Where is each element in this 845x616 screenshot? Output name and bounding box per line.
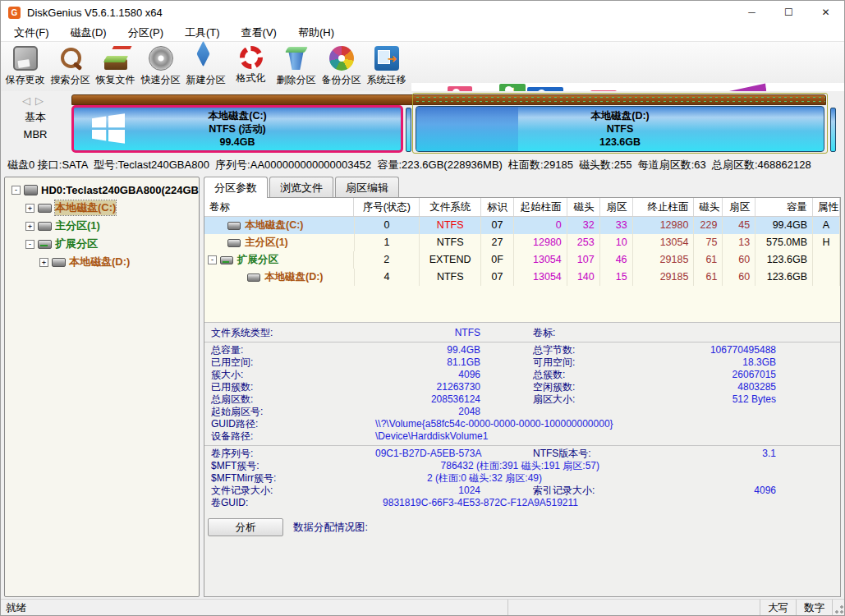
maximize-button[interactable]: ☐	[770, 1, 807, 24]
disk-nav-arrows[interactable]: ◁▷	[1, 94, 70, 107]
detail-row: 已用簇数:21263730空闲簇数:4803285	[204, 381, 840, 393]
allocation-map-label: 数据分配情况图:	[293, 521, 368, 535]
volume-name: 本地磁盘(C:)	[245, 217, 304, 234]
detail-value	[654, 327, 776, 339]
menu-item-5[interactable]: 帮助(H)	[290, 24, 342, 42]
recover-files-button[interactable]: 恢复文件	[93, 42, 138, 91]
volume-name: 扩展分区	[237, 251, 278, 269]
tree-item-本地磁盘(C:)[interactable]: +本地磁盘(C:)	[5, 199, 199, 217]
detail-label: 卷GUID:	[211, 497, 375, 509]
expander-icon[interactable]: +	[25, 204, 34, 213]
column-header-9[interactable]: 扇区	[723, 198, 755, 216]
save-changes-button[interactable]: 保存更改	[2, 42, 48, 91]
quick-partition-button[interactable]: 快速分区	[138, 42, 183, 91]
system-migration-button[interactable]: 系统迁移	[364, 42, 409, 91]
drive-icon	[38, 204, 52, 213]
menu-item-4[interactable]: 查看(V)	[233, 24, 285, 42]
column-header-7[interactable]: 终止柱面	[633, 198, 695, 216]
status-bar: 就绪 大写 数字	[1, 599, 844, 616]
search-partition-button[interactable]: 搜索分区	[48, 42, 93, 91]
cell-扇区: 60	[723, 269, 755, 286]
cell-序号(状态): 1	[355, 234, 420, 251]
tab-0[interactable]: 分区参数	[204, 177, 268, 198]
detail-row: $MFTMirr簇号:2 (柱面:0 磁头:32 扇区:49)	[204, 472, 840, 485]
column-header-11[interactable]: 属性	[813, 198, 840, 216]
format-button[interactable]: 格式化	[228, 42, 273, 91]
next-disk-icon[interactable]: ▷	[35, 94, 48, 107]
expander-icon[interactable]: +	[25, 222, 34, 231]
detail-value: 21263730	[375, 381, 480, 393]
tab-2[interactable]: 扇区编辑	[335, 177, 399, 197]
delete-partition-button[interactable]: 删除分区	[273, 42, 319, 91]
column-header-10[interactable]: 容量	[755, 198, 813, 216]
detail-row: 设备路径:\Device\HarddiskVolume1	[204, 430, 840, 443]
detail-label: 扇区大小:	[533, 393, 654, 406]
cell-属性	[813, 251, 840, 269]
small-partition-sliver[interactable]	[830, 108, 836, 152]
detail-label: 已用簇数:	[211, 381, 375, 393]
new-icon	[194, 46, 218, 71]
detail-value: 4096	[375, 369, 480, 381]
resize-grip-icon[interactable]	[833, 603, 844, 614]
menu-item-3[interactable]: 工具(T)	[177, 24, 228, 42]
detail-value: 26067015	[654, 369, 776, 381]
tab-1[interactable]: 浏览文件	[269, 177, 333, 197]
partition-d-box[interactable]: 本地磁盘(D:) NTFS 123.6GB	[416, 106, 824, 152]
detail-value: 208536124	[375, 393, 480, 406]
table-row[interactable]: -扩展分区2EXTEND0F1305410746291856160123.6GB	[204, 251, 840, 269]
table-row[interactable]: 本地磁盘(D:)4NTFS071305414015291856160123.6G…	[204, 269, 840, 286]
tree-item-主分区(1)[interactable]: +主分区(1)	[5, 217, 199, 235]
expander-icon[interactable]: +	[39, 258, 48, 267]
expander-icon[interactable]: -	[11, 186, 21, 195]
detail-label: 起始扇区号:	[211, 406, 375, 418]
details-sections: 文件系统类型:NTFS卷标:总容量:99.4GB总字节数:10677049548…	[204, 325, 840, 512]
menu-bar: 文件(F)磁盘(D)分区(P)工具(T)查看(V)帮助(H)	[1, 24, 844, 42]
close-button[interactable]: ✕	[807, 1, 844, 24]
toolbar-button-label: 搜索分区	[51, 73, 90, 87]
menu-item-1[interactable]: 磁盘(D)	[62, 24, 115, 42]
column-header-4[interactable]: 起始柱面	[514, 198, 567, 216]
backup-partition-button[interactable]: 备份分区	[319, 42, 364, 91]
toolbar-button-label: 新建分区	[186, 73, 226, 87]
menu-item-0[interactable]: 文件(F)	[6, 24, 57, 42]
toolbar: 保存更改搜索分区恢复文件快速分区新建分区格式化删除分区备份分区系统迁移 数据丢失…	[1, 42, 844, 91]
partition-c-fs: NTFS (活动)	[209, 122, 265, 136]
drive-icon	[227, 222, 241, 230]
tree-item-本地磁盘(D:)[interactable]: +本地磁盘(D:)	[5, 253, 199, 271]
tree-item-扩展分区[interactable]: -扩展分区	[5, 235, 199, 253]
small-partition-sliver[interactable]	[406, 108, 411, 152]
column-header-0[interactable]: 卷标	[204, 198, 354, 216]
analyze-button[interactable]: 分析	[208, 518, 283, 536]
status-num: 数字	[797, 600, 833, 616]
partition-c-box[interactable]: 本地磁盘(C:) NTFS (活动) 99.4GB	[71, 105, 403, 153]
delete-icon	[284, 46, 309, 71]
detail-label: 总容量:	[211, 344, 375, 356]
window-title: DiskGenius V5.6.1.1580 x64	[27, 7, 163, 19]
column-header-3[interactable]: 标识	[481, 198, 514, 216]
column-header-1[interactable]: 序号(状态)	[354, 198, 420, 216]
cell-扇区: 10	[600, 234, 633, 251]
detail-value: 2048	[375, 406, 480, 418]
analyze-row: 分析 数据分配情况图:	[204, 512, 840, 536]
detail-label: $MFTMirr簇号:	[211, 472, 375, 485]
column-header-8[interactable]: 磁头	[694, 198, 723, 216]
minimize-button[interactable]: ─	[733, 1, 770, 24]
column-header-6[interactable]: 扇区	[600, 198, 633, 216]
detail-label: $MFT簇号:	[211, 460, 375, 472]
partition-d-name: 本地磁盘(D:)	[590, 109, 650, 122]
column-header-2[interactable]: 文件系统	[420, 198, 481, 216]
expander-icon[interactable]: -	[208, 255, 217, 264]
cell-序号(状态): 4	[355, 269, 420, 286]
status-caps: 大写	[760, 600, 797, 616]
menu-item-2[interactable]: 分区(P)	[120, 24, 172, 42]
column-header-5[interactable]: 磁头	[567, 198, 600, 216]
table-row[interactable]: 主分区(1)1NTFS271298025310130547513575.0MBH	[204, 234, 840, 251]
detail-value: \Device\HarddiskVolume1	[375, 430, 488, 443]
prev-disk-icon[interactable]: ◁	[22, 94, 35, 107]
new-partition-button[interactable]: 新建分区	[183, 42, 228, 91]
disk-info-line: 磁盘0 接口:SATA 型号:Teclast240GBA800 序列号:AA00…	[1, 155, 844, 175]
tree-item-HD0:Teclast240GBA800(224GB)[interactable]: -HD0:Teclast240GBA800(224GB)	[5, 181, 199, 199]
expander-icon[interactable]: -	[25, 240, 34, 249]
cell-终止柱面: 29185	[633, 269, 695, 286]
table-row[interactable]: 本地磁盘(C:)0NTFS0703233129802294599.4GBA	[204, 217, 840, 234]
